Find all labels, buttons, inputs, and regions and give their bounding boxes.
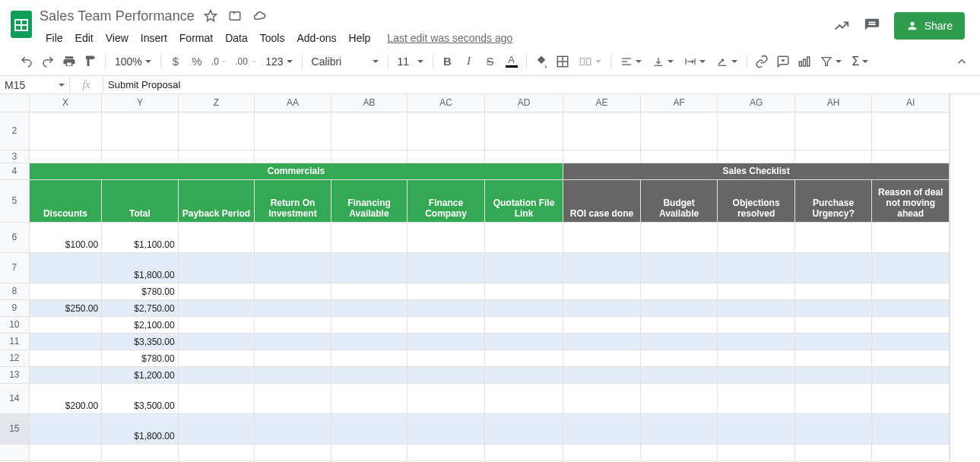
menu-view[interactable]: View xyxy=(100,29,135,47)
col-AD[interactable]: AD xyxy=(484,94,563,112)
select-all-corner[interactable] xyxy=(0,94,29,112)
hdr-discounts[interactable]: Discounts xyxy=(29,179,101,222)
redo-icon[interactable] xyxy=(38,51,58,72)
filter-icon[interactable] xyxy=(816,52,846,71)
side-panel-strip[interactable] xyxy=(950,94,980,462)
row-16[interactable] xyxy=(0,444,29,460)
sheets-logo[interactable] xyxy=(6,6,36,43)
cell[interactable]: $780.00 xyxy=(102,350,179,366)
cell[interactable]: $3,500.00 xyxy=(102,383,179,413)
row-11[interactable]: 11 xyxy=(0,333,29,350)
cell[interactable]: $200.00 xyxy=(29,383,101,413)
decrease-decimal-icon[interactable]: .0 ← xyxy=(208,51,230,72)
col-X[interactable]: X xyxy=(29,94,101,112)
hdr-budget[interactable]: Budget Available xyxy=(640,179,718,222)
rotate-icon[interactable] xyxy=(712,52,742,71)
font-select[interactable]: Calibri xyxy=(307,52,383,71)
currency-icon[interactable]: $ xyxy=(166,51,186,72)
move-icon[interactable] xyxy=(227,8,243,24)
hdr-roi-done[interactable]: ROI case done xyxy=(563,179,641,222)
spreadsheet-grid[interactable]: X Y Z AA AB AC AD AE AF AG AH AI 2 3 xyxy=(0,94,950,462)
share-button[interactable]: Share xyxy=(894,12,965,40)
name-box[interactable]: M15 xyxy=(0,76,70,93)
col-AH[interactable]: AH xyxy=(794,94,872,112)
col-AA[interactable]: AA xyxy=(255,94,331,112)
cell[interactable]: $250.00 xyxy=(29,299,101,316)
row-13[interactable]: 13 xyxy=(0,366,29,383)
col-AC[interactable]: AC xyxy=(408,94,485,112)
col-AG[interactable]: AG xyxy=(718,94,795,112)
formula-input[interactable]: Submit Proposal xyxy=(103,76,980,93)
menu-edit[interactable]: Edit xyxy=(69,29,100,47)
percent-icon[interactable]: % xyxy=(187,51,207,72)
cell[interactable]: $1,800.00 xyxy=(102,252,179,283)
hdr-fin-co[interactable]: Finance Company xyxy=(408,179,485,222)
col-Y[interactable]: Y xyxy=(102,94,179,112)
print-icon[interactable] xyxy=(59,51,79,72)
halign-icon[interactable] xyxy=(616,52,646,71)
cloud-icon[interactable] xyxy=(251,8,268,24)
italic-icon[interactable]: I xyxy=(459,51,479,72)
row-9[interactable]: 9 xyxy=(0,299,29,316)
cell[interactable]: $780.00 xyxy=(102,283,179,299)
font-size-select[interactable]: 11 xyxy=(393,52,428,71)
row-6[interactable]: 6 xyxy=(0,222,29,252)
hdr-urgency[interactable]: Purchase Urgency? xyxy=(794,179,872,222)
row-3[interactable]: 3 xyxy=(0,150,29,163)
wrap-icon[interactable] xyxy=(680,52,710,71)
hdr-objections[interactable]: Objections resolved xyxy=(718,179,795,222)
trend-icon[interactable] xyxy=(833,17,850,34)
paint-format-icon[interactable] xyxy=(81,51,100,72)
col-AI[interactable]: AI xyxy=(872,94,950,112)
bold-icon[interactable]: B xyxy=(438,51,458,72)
comment-icon[interactable] xyxy=(773,51,793,72)
hdr-total[interactable]: Total xyxy=(102,179,179,222)
cell[interactable]: $1,800.00 xyxy=(102,413,179,444)
row-10[interactable]: 10 xyxy=(0,316,29,333)
text-color-icon[interactable]: A xyxy=(502,51,522,72)
hdr-fin-avail[interactable]: Financing Available xyxy=(331,179,408,222)
hdr-reason[interactable]: Reason of deal not moving ahead xyxy=(872,179,950,222)
row-15[interactable]: 15 xyxy=(0,413,29,444)
functions-icon[interactable]: Σ xyxy=(848,52,874,71)
column-header-row[interactable]: X Y Z AA AB AC AD AE AF AG AH AI xyxy=(0,94,950,112)
fill-color-icon[interactable] xyxy=(531,51,551,72)
more-formats[interactable]: 123 xyxy=(261,52,297,71)
row-7[interactable]: 7 xyxy=(0,252,29,283)
menu-insert[interactable]: Insert xyxy=(135,29,173,47)
menu-tools[interactable]: Tools xyxy=(254,29,291,47)
menu-addons[interactable]: Add-ons xyxy=(290,29,342,47)
star-icon[interactable] xyxy=(202,8,219,24)
strike-icon[interactable]: S xyxy=(480,51,500,72)
cell[interactable]: $2,100.00 xyxy=(102,316,179,333)
hdr-roi[interactable]: Return On Investment xyxy=(255,179,331,222)
col-Z[interactable]: Z xyxy=(178,94,255,112)
menu-help[interactable]: Help xyxy=(343,29,377,47)
row-14[interactable]: 14 xyxy=(0,383,29,413)
cell[interactable]: $3,350.00 xyxy=(102,333,179,350)
row-8[interactable]: 8 xyxy=(0,283,29,299)
cell[interactable]: $1,100.00 xyxy=(102,222,179,252)
row-2[interactable]: 2 xyxy=(0,112,29,150)
section-checklist[interactable]: Sales Checklist xyxy=(563,163,950,179)
cell[interactable]: $2,750.00 xyxy=(102,299,179,316)
doc-title[interactable]: Sales Team Performance xyxy=(40,8,195,24)
row-12[interactable]: 12 xyxy=(0,350,29,366)
last-edit-link[interactable]: Last edit was seconds ago xyxy=(387,32,512,44)
cell[interactable]: $1,200.00 xyxy=(102,366,179,383)
comments-icon[interactable] xyxy=(864,17,880,34)
zoom-select[interactable]: 100% xyxy=(110,52,156,71)
increase-decimal-icon[interactable]: .00 → xyxy=(232,51,259,72)
section-commercials[interactable]: Commercials xyxy=(29,163,563,179)
chevron-up-icon[interactable] xyxy=(953,52,971,71)
menu-file[interactable]: File xyxy=(40,29,69,47)
valign-icon[interactable] xyxy=(648,52,678,71)
link-icon[interactable] xyxy=(752,51,772,72)
col-AE[interactable]: AE xyxy=(563,94,641,112)
col-AF[interactable]: AF xyxy=(640,94,718,112)
hdr-quote-link[interactable]: Quotation File Link xyxy=(484,179,563,222)
chart-icon[interactable] xyxy=(794,51,814,72)
borders-icon[interactable] xyxy=(553,51,572,72)
row-4[interactable]: 4 xyxy=(0,163,29,179)
col-AB[interactable]: AB xyxy=(331,94,408,112)
